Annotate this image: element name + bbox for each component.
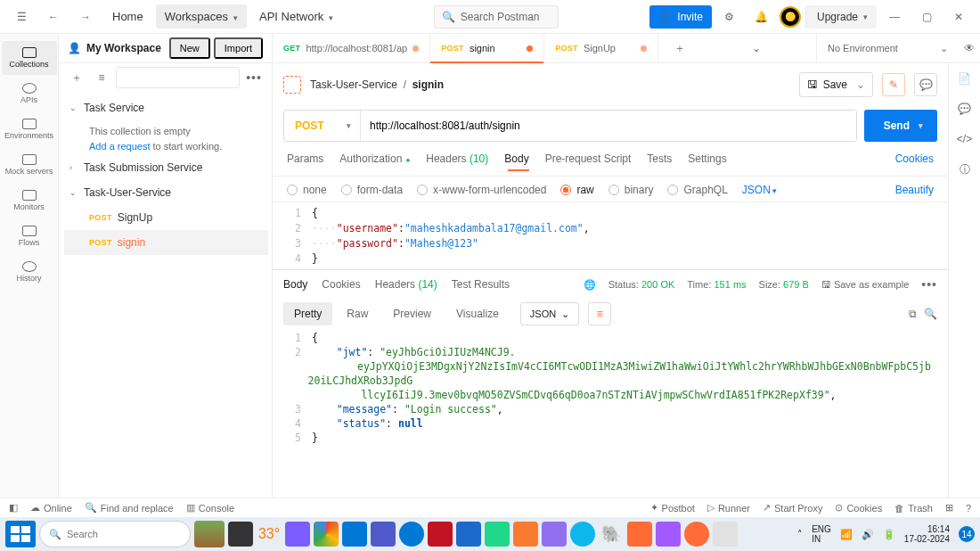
body-lang-selector[interactable]: JSON bbox=[742, 184, 778, 196]
layout-icon[interactable]: ⊞ bbox=[945, 502, 953, 514]
mode-visualize[interactable]: Visualize bbox=[445, 302, 510, 325]
body-graphql[interactable]: GraphQL bbox=[667, 184, 727, 196]
body-raw[interactable]: raw bbox=[560, 184, 593, 196]
body-xwww[interactable]: x-www-form-urlencoded bbox=[417, 184, 546, 196]
request-body-editor[interactable]: 1{ 2····"username":"maheshkadambala17@gm… bbox=[273, 201, 948, 269]
environment-quicklook-icon[interactable]: 👁 bbox=[959, 37, 980, 59]
collection-task-user[interactable]: ⌄Task-User-Service bbox=[64, 180, 268, 205]
wifi-icon[interactable]: 📶 bbox=[840, 529, 853, 540]
rail-flows[interactable]: Flows bbox=[2, 219, 57, 253]
datagrip-icon[interactable] bbox=[542, 522, 567, 547]
comments-icon[interactable]: 💬 bbox=[957, 101, 973, 117]
taskbar-search[interactable]: 🔍 Search bbox=[39, 521, 191, 547]
app-icon[interactable] bbox=[285, 522, 310, 547]
add-icon[interactable]: ＋ bbox=[66, 67, 87, 88]
save-example-link[interactable]: 🖫 Save as example bbox=[821, 279, 909, 290]
app-icon[interactable] bbox=[371, 522, 396, 547]
window-close[interactable]: ✕ bbox=[944, 3, 973, 31]
comment-icon[interactable]: 💬 bbox=[914, 73, 937, 96]
battery-icon[interactable]: 🔋 bbox=[883, 529, 895, 540]
add-request-link[interactable]: Add a request bbox=[89, 141, 151, 152]
globe-icon[interactable]: 🌐 bbox=[584, 279, 596, 291]
tab-body[interactable]: Body bbox=[504, 152, 528, 170]
webstorm-icon[interactable] bbox=[456, 522, 481, 547]
request-signup[interactable]: POSTSignUp bbox=[64, 205, 268, 230]
search-input[interactable]: 🔍 Search Postman bbox=[434, 5, 559, 29]
chrome-icon[interactable] bbox=[314, 522, 339, 547]
avatar[interactable]: 🟡 bbox=[780, 6, 801, 28]
window-maximize[interactable]: ▢ bbox=[912, 3, 941, 31]
xampp-icon[interactable] bbox=[627, 522, 652, 547]
sidebar-toggle-icon[interactable]: ◧ bbox=[9, 502, 18, 514]
url-input[interactable] bbox=[361, 111, 856, 141]
settings-icon[interactable]: ⚙ bbox=[715, 3, 744, 31]
console-toggle[interactable]: ▥ Console bbox=[186, 502, 234, 514]
tab-settings[interactable]: Settings bbox=[688, 152, 726, 170]
app-icon[interactable] bbox=[713, 522, 738, 547]
upgrade-button[interactable]: Upgrade bbox=[804, 5, 877, 29]
send-button[interactable]: Send bbox=[864, 110, 937, 142]
collection-task-submission[interactable]: ›Task Submission Service bbox=[64, 155, 268, 180]
tab-tests[interactable]: Tests bbox=[647, 152, 672, 170]
cookies-link[interactable]: Cookies bbox=[895, 152, 934, 170]
import-button[interactable]: Import bbox=[214, 37, 263, 59]
rail-history[interactable]: History bbox=[2, 255, 57, 289]
invite-button[interactable]: 👤Invite bbox=[649, 5, 712, 29]
temp-widget[interactable]: 33° bbox=[257, 522, 282, 547]
tab-prerequest[interactable]: Pre-request Script bbox=[545, 152, 632, 170]
runner[interactable]: ▷ Runner bbox=[707, 502, 750, 514]
body-none[interactable]: none bbox=[287, 184, 327, 196]
method-selector[interactable]: POST bbox=[284, 111, 361, 141]
resp-more-icon[interactable]: ••• bbox=[921, 277, 937, 292]
resp-lang-selector[interactable]: JSON⌄ bbox=[520, 302, 579, 325]
clock[interactable]: 16:1417-02-2024 bbox=[904, 524, 950, 544]
more-icon[interactable]: ••• bbox=[243, 67, 265, 88]
resp-tab-cookies[interactable]: Cookies bbox=[322, 278, 360, 291]
postgres-icon[interactable]: 🐘 bbox=[599, 522, 624, 547]
copy-icon[interactable]: ⧉ bbox=[909, 308, 917, 320]
nav-back[interactable]: ← bbox=[39, 3, 68, 31]
resp-tab-tests[interactable]: Test Results bbox=[452, 278, 510, 291]
lang-indicator[interactable]: ENGIN bbox=[812, 524, 831, 544]
new-button[interactable]: New bbox=[169, 37, 210, 59]
figma-icon[interactable] bbox=[656, 522, 681, 547]
intellij-icon[interactable] bbox=[428, 522, 453, 547]
tab-params[interactable]: Params bbox=[287, 152, 323, 170]
find-replace[interactable]: 🔍 Find and replace bbox=[85, 502, 174, 514]
mode-raw[interactable]: Raw bbox=[336, 302, 379, 325]
edit-icon[interactable]: ✎ bbox=[882, 73, 905, 96]
collection-task-service[interactable]: ⌄Task Service bbox=[64, 95, 268, 120]
postbot[interactable]: ✦ Postbot bbox=[650, 502, 695, 514]
sidebar-search[interactable] bbox=[116, 67, 240, 88]
body-form-data[interactable]: form-data bbox=[341, 184, 403, 196]
start-proxy[interactable]: ↗ Start Proxy bbox=[763, 502, 822, 514]
save-button[interactable]: 🖫Save⌄ bbox=[799, 72, 873, 97]
environment-selector[interactable]: No Environment⌄ bbox=[816, 34, 959, 63]
search-response-icon[interactable]: 🔍 bbox=[924, 308, 937, 320]
mode-pretty[interactable]: Pretty bbox=[283, 302, 332, 325]
tab-0[interactable]: GEThttp://localhost:8081/ap bbox=[273, 34, 430, 63]
app-icon[interactable] bbox=[399, 522, 424, 547]
tray-chevron[interactable]: ˄ bbox=[797, 529, 803, 540]
beautify-link[interactable]: Beautify bbox=[895, 184, 934, 196]
taskview-icon[interactable] bbox=[228, 522, 253, 547]
mode-preview[interactable]: Preview bbox=[382, 302, 442, 325]
nav-workspaces[interactable]: Workspaces bbox=[156, 4, 247, 29]
docs-icon[interactable]: 📄 bbox=[957, 70, 973, 86]
docker-icon[interactable] bbox=[570, 522, 595, 547]
nav-api-network[interactable]: API Network bbox=[250, 4, 342, 29]
nav-home[interactable]: Home bbox=[103, 4, 152, 29]
tab-2[interactable]: POSTSignUp bbox=[544, 34, 658, 63]
rail-collections[interactable]: Collections bbox=[2, 41, 57, 75]
rail-monitors[interactable]: Monitors bbox=[2, 184, 57, 218]
resp-tab-headers[interactable]: Headers (14) bbox=[375, 278, 437, 291]
pycharm-icon[interactable] bbox=[485, 522, 510, 547]
postman-icon[interactable] bbox=[684, 522, 709, 547]
info-icon[interactable]: ⓘ bbox=[957, 161, 973, 177]
tab-1[interactable]: POSTsignin bbox=[430, 34, 544, 63]
request-signin[interactable]: POSTsignin bbox=[64, 230, 268, 255]
code-icon[interactable]: </> bbox=[957, 131, 973, 147]
notifications-icon[interactable]: 🔔 bbox=[747, 3, 776, 31]
nav-forward[interactable]: → bbox=[71, 3, 100, 31]
weather-widget[interactable] bbox=[194, 521, 225, 547]
